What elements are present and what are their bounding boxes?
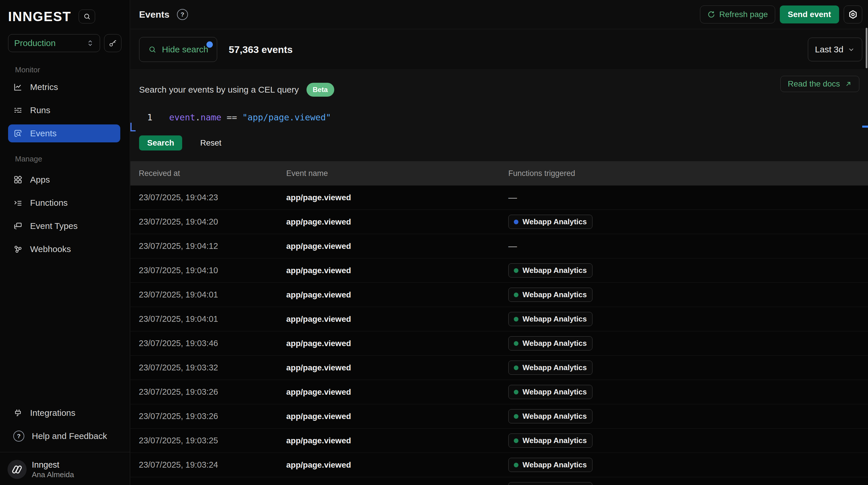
reset-button[interactable]: Reset	[200, 138, 221, 148]
function-badge[interactable]: Webapp Analytics	[508, 458, 592, 472]
status-dot	[514, 292, 519, 297]
cel-query-editor[interactable]: 1 event.name == "app/page.viewed"	[130, 112, 868, 126]
settings-button[interactable]	[844, 5, 862, 23]
event-name-cell: app/page.viewed	[286, 290, 508, 299]
no-functions-dash: —	[508, 193, 517, 202]
function-badge[interactable]: Webapp Analytics	[508, 409, 592, 423]
status-dot	[514, 414, 519, 419]
functions-icon	[13, 198, 23, 207]
hide-search-button[interactable]: Hide search	[139, 37, 217, 62]
event-row[interactable]: 23/07/2025, 19:03:32 app/page.viewed Web…	[130, 355, 868, 380]
event-row[interactable]: 23/07/2025, 19:03:26 app/page.viewed Web…	[130, 404, 868, 429]
page-help-icon[interactable]: ?	[177, 9, 188, 20]
event-keys-button[interactable]	[104, 34, 121, 52]
events-count: 57,363 events	[229, 44, 292, 55]
send-event-button[interactable]: Send event	[780, 5, 839, 23]
function-badge[interactable]: Webapp Analytics	[508, 215, 592, 229]
inngest-logo: INNGEST	[8, 9, 71, 24]
section-label-monitor: Monitor	[15, 65, 40, 75]
event-row[interactable]: 23/07/2025, 19:03:23 app/page.viewed Web…	[130, 477, 868, 485]
status-dot	[514, 317, 519, 321]
functions-cell: Webapp Analytics	[508, 288, 868, 302]
sidebar-item-label: Help and Feedback	[32, 431, 107, 441]
runs-icon	[13, 106, 23, 115]
sidebar-item-event-types[interactable]: Event Types	[8, 217, 120, 235]
code-token-property: name	[200, 112, 221, 122]
sidebar-item-apps[interactable]: Apps	[8, 171, 120, 189]
refresh-page-button[interactable]: Refresh page	[700, 5, 775, 23]
sidebar-item-runs[interactable]: Runs	[8, 101, 120, 119]
reset-button-label: Reset	[200, 138, 221, 147]
sidebar-item-help-and-feedback[interactable]: ? Help and Feedback	[8, 427, 120, 445]
event-row[interactable]: 23/07/2025, 19:04:20 app/page.viewed Web…	[130, 210, 868, 234]
sidebar-item-metrics[interactable]: Metrics	[8, 78, 120, 96]
column-event-name: Event name	[286, 169, 508, 178]
function-badge[interactable]: Webapp Analytics	[508, 482, 592, 485]
event-row[interactable]: 23/07/2025, 19:04:01 app/page.viewed Web…	[130, 307, 868, 331]
events-table-header: Received at Event name Functions trigger…	[130, 161, 868, 186]
sidebar: INNGEST Production Monitor	[0, 0, 130, 485]
sidebar-item-events[interactable]: Events	[8, 124, 120, 142]
beta-badge: Beta	[307, 83, 334, 97]
function-badge[interactable]: Webapp Analytics	[508, 288, 592, 302]
sidebar-item-integrations[interactable]: Integrations	[8, 404, 120, 422]
function-badge[interactable]: Webapp Analytics	[508, 361, 592, 375]
profile-user: Ana Almeida	[32, 470, 74, 480]
sidebar-item-functions[interactable]: Functions	[8, 194, 120, 212]
event-row[interactable]: 23/07/2025, 19:03:25 app/page.viewed Web…	[130, 429, 868, 453]
sidebar-item-webhooks[interactable]: Webhooks	[8, 240, 120, 258]
environment-selector[interactable]: Production	[8, 34, 100, 52]
help-icon: ?	[13, 431, 24, 441]
received-at-cell: 23/07/2025, 19:03:25	[139, 436, 286, 445]
function-badge[interactable]: Webapp Analytics	[508, 263, 592, 278]
function-badge-label: Webapp Analytics	[523, 290, 587, 299]
read-the-docs-button[interactable]: Read the docs	[780, 76, 859, 92]
event-row[interactable]: 23/07/2025, 19:03:46 app/page.viewed Web…	[130, 331, 868, 355]
sidebar-item-label: Webhooks	[30, 244, 71, 254]
event-row[interactable]: 23/07/2025, 19:04:01 app/page.viewed Web…	[130, 283, 868, 307]
functions-cell: Webapp Analytics	[508, 312, 868, 326]
function-badge[interactable]: Webapp Analytics	[508, 312, 592, 326]
received-at-cell: 23/07/2025, 19:03:26	[139, 387, 286, 397]
function-badge-label: Webapp Analytics	[523, 339, 587, 348]
notification-dot	[207, 41, 213, 48]
time-range-select[interactable]: Last 3d	[808, 38, 862, 61]
profile-menu[interactable]: Inngest Ana Almeida	[7, 459, 74, 480]
environment-value: Production	[14, 38, 56, 48]
function-badge-label: Webapp Analytics	[523, 412, 587, 421]
event-row[interactable]: 23/07/2025, 19:03:24 app/page.viewed Web…	[130, 453, 868, 477]
status-dot	[514, 390, 519, 394]
column-functions-triggered: Functions triggered	[508, 169, 868, 178]
global-search-button[interactable]	[79, 9, 95, 23]
event-row[interactable]: 23/07/2025, 19:03:26 app/page.viewed Web…	[130, 380, 868, 404]
status-dot	[514, 366, 519, 370]
function-badge[interactable]: Webapp Analytics	[508, 433, 592, 448]
events-icon	[13, 129, 23, 138]
received-at-cell: 23/07/2025, 19:03:46	[139, 339, 286, 348]
profile-org: Inngest	[32, 459, 74, 470]
functions-cell: —	[508, 193, 868, 203]
event-name-cell: app/page.viewed	[286, 339, 508, 348]
received-at-cell: 23/07/2025, 19:04:20	[139, 217, 286, 227]
vertical-scrollbar[interactable]	[866, 28, 867, 68]
event-name-cell: app/page.viewed	[286, 412, 508, 421]
events-toolbar: Hide search 57,363 events Last 3d	[130, 30, 868, 70]
functions-cell: Webapp Analytics	[508, 263, 868, 278]
line-number: 1	[147, 112, 152, 122]
event-row[interactable]: 23/07/2025, 19:04:10 app/page.viewed Web…	[130, 258, 868, 283]
function-badge[interactable]: Webapp Analytics	[508, 336, 592, 350]
function-badge[interactable]: Webapp Analytics	[508, 385, 592, 399]
event-name-cell: app/page.viewed	[286, 217, 508, 227]
functions-cell: Webapp Analytics	[508, 385, 868, 399]
event-row[interactable]: 23/07/2025, 19:04:12 app/page.viewed —	[130, 234, 868, 258]
code-token-string: "app/page.viewed"	[242, 112, 331, 122]
search-icon	[83, 12, 91, 21]
functions-cell: —	[508, 241, 868, 251]
search-button[interactable]: Search	[139, 136, 182, 150]
functions-cell: Webapp Analytics	[508, 409, 868, 423]
function-badge-label: Webapp Analytics	[523, 436, 587, 445]
event-row[interactable]: 23/07/2025, 19:04:23 app/page.viewed —	[130, 186, 868, 210]
received-at-cell: 23/07/2025, 19:04:01	[139, 290, 286, 299]
no-functions-dash: —	[508, 241, 517, 251]
status-dot	[514, 341, 519, 346]
